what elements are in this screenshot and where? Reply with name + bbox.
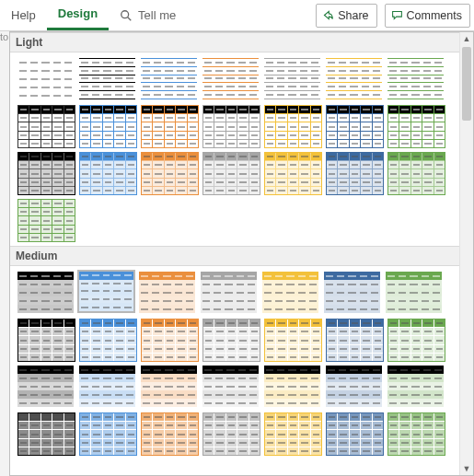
share-button[interactable]: Share [316, 4, 376, 28]
table-style-option[interactable] [325, 318, 383, 361]
table-style-option[interactable] [325, 104, 383, 147]
scroll-thumb[interactable] [462, 47, 471, 121]
table-style-option[interactable] [200, 271, 258, 314]
table-style-option[interactable] [263, 365, 321, 408]
table-style-option[interactable] [202, 318, 260, 361]
table-style-option[interactable] [387, 57, 445, 100]
table-style-option[interactable] [387, 365, 445, 408]
section-header-light: Light [10, 32, 473, 52]
table-style-option[interactable] [202, 365, 260, 408]
table-style-option[interactable] [202, 412, 260, 455]
table-style-option[interactable] [17, 318, 75, 361]
table-styles-gallery: Light Medium ▲ ▼ [9, 31, 474, 476]
table-style-option[interactable] [325, 365, 383, 408]
gallery-scrollbar[interactable]: ▲ ▼ [459, 32, 473, 475]
gallery-light [10, 52, 466, 246]
table-style-option[interactable] [325, 151, 383, 194]
scroll-up-arrow[interactable]: ▲ [460, 32, 473, 45]
table-style-option[interactable] [140, 318, 198, 361]
table-style-option[interactable] [387, 412, 445, 455]
table-style-option[interactable] [263, 151, 321, 194]
table-style-option[interactable] [202, 151, 260, 194]
table-style-option[interactable] [78, 365, 136, 408]
table-style-option[interactable] [78, 318, 136, 361]
comments-button[interactable]: Comments [385, 4, 470, 28]
table-style-option[interactable] [387, 151, 445, 194]
table-style-option[interactable] [385, 271, 443, 314]
tab-design[interactable]: Design [47, 0, 109, 30]
table-style-option[interactable] [263, 318, 321, 361]
table-style-option[interactable] [17, 57, 75, 100]
comments-label: Comments [407, 5, 462, 27]
table-style-option[interactable] [325, 57, 383, 100]
table-style-option[interactable] [78, 412, 136, 455]
table-style-option[interactable] [140, 412, 198, 455]
table-style-option[interactable] [387, 104, 445, 147]
table-style-option[interactable] [140, 151, 198, 194]
table-style-option[interactable] [77, 270, 135, 313]
table-style-option[interactable] [17, 412, 75, 455]
table-style-option[interactable] [17, 365, 75, 408]
table-style-option[interactable] [261, 271, 319, 314]
tell-me-search[interactable]: Tell me [120, 8, 176, 22]
share-label: Share [338, 5, 368, 27]
scroll-down-arrow[interactable]: ▼ [460, 462, 473, 475]
comments-icon [391, 9, 403, 21]
ribbon: Help Design Tell me Share Comments [0, 0, 474, 31]
table-style-option[interactable] [323, 271, 381, 314]
table-style-option[interactable] [17, 104, 75, 147]
table-style-option[interactable] [78, 151, 136, 194]
svg-line-1 [128, 17, 132, 20]
table-style-option[interactable] [140, 365, 198, 408]
section-header-medium: Medium [10, 246, 473, 266]
table-style-option[interactable] [140, 104, 198, 147]
table-style-option[interactable] [263, 57, 321, 100]
table-style-option[interactable] [17, 198, 75, 241]
table-style-option[interactable] [138, 271, 196, 314]
table-style-option[interactable] [325, 412, 383, 455]
table-style-option[interactable] [17, 151, 75, 194]
table-style-option[interactable] [78, 57, 136, 100]
table-style-option[interactable] [263, 104, 321, 147]
table-style-option[interactable] [202, 104, 260, 147]
table-style-option[interactable] [17, 271, 75, 314]
table-style-option[interactable] [78, 104, 136, 147]
tab-help[interactable]: Help [0, 0, 47, 30]
search-icon [120, 9, 133, 22]
background-sheet: to [0, 31, 9, 476]
table-style-option[interactable] [140, 57, 198, 100]
svg-point-0 [121, 10, 129, 17]
gallery-medium [10, 266, 466, 459]
table-style-option[interactable] [387, 318, 445, 361]
table-style-option[interactable] [202, 57, 260, 100]
share-icon [322, 9, 334, 21]
table-style-option[interactable] [263, 412, 321, 455]
tell-me-label: Tell me [138, 8, 176, 22]
